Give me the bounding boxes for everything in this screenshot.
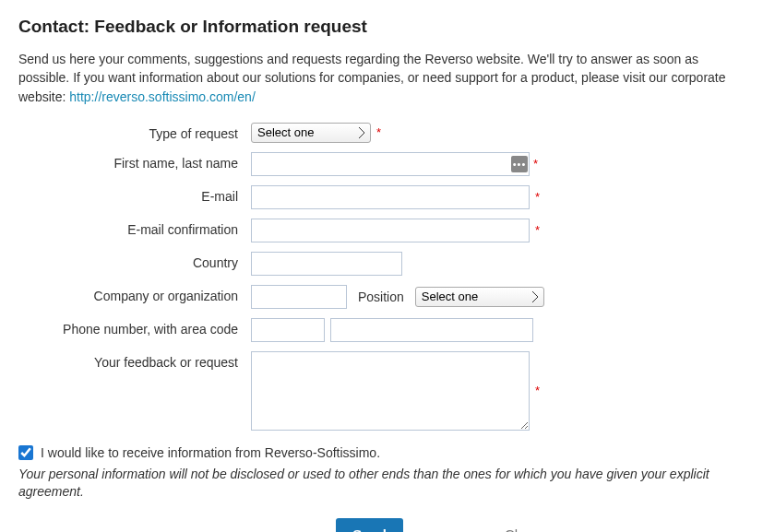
intro-text: Send us here your comments, suggestions … — [18, 50, 745, 106]
label-country: Country — [18, 252, 251, 270]
label-type: Type of request — [18, 123, 251, 141]
send-button[interactable]: Send — [336, 518, 403, 532]
optin-checkbox[interactable] — [18, 445, 33, 460]
position-select[interactable]: Select one — [415, 287, 544, 307]
clear-button[interactable]: Clear — [505, 518, 538, 532]
disclaimer-text: Your personal information will not be di… — [18, 466, 745, 502]
required-marker: * — [535, 384, 540, 397]
name-input[interactable] — [251, 152, 530, 176]
label-position: Position — [352, 290, 410, 304]
optin-label: I would like to receive information from… — [41, 445, 380, 460]
label-company: Company or organization — [18, 285, 251, 303]
required-marker: * — [376, 125, 381, 139]
country-input[interactable] — [251, 252, 402, 276]
phone-area-input[interactable] — [251, 318, 325, 342]
label-phone: Phone number, with area code — [18, 318, 251, 337]
required-marker: * — [533, 157, 538, 171]
page-title: Contact: Feedback or Information request — [18, 17, 745, 37]
required-marker: * — [535, 223, 540, 237]
feedback-textarea[interactable] — [251, 351, 530, 431]
email-confirm-input[interactable] — [251, 219, 530, 242]
company-input[interactable] — [251, 285, 347, 309]
required-marker: * — [535, 190, 540, 204]
label-name: First name, last name — [18, 152, 251, 171]
email-input[interactable] — [251, 185, 530, 209]
type-select[interactable]: Select one — [251, 123, 371, 143]
phone-number-input[interactable] — [330, 318, 533, 342]
label-feedback: Your feedback or request — [18, 351, 251, 370]
label-email: E-mail — [18, 185, 251, 204]
label-email-conf: E-mail confirmation — [18, 219, 251, 237]
corporate-link[interactable]: http://reverso.softissimo.com/en/ — [69, 89, 256, 104]
